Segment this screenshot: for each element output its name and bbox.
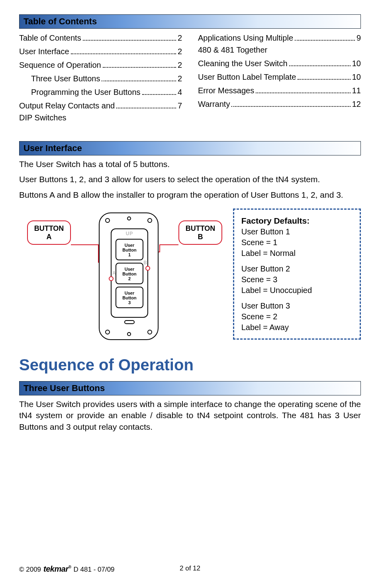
defaults-b3-label: Label = Away [241,322,353,333]
switch-plate: UP User Button 1 User Button 2 User Butt… [99,212,159,340]
user-button-3: User Button 3 [116,287,143,308]
toc-label: Cleaning the User Switch [198,57,288,69]
toc-dots [231,106,350,107]
toc-entry: Sequence of Operation 2 [19,59,182,71]
connector-line [159,244,178,245]
slot-icon [124,320,135,324]
toc-label: Applications Using Multiple480 & 481 Tog… [198,32,293,56]
toc-page: 2 [178,59,182,71]
button-b-line2: B [198,233,203,241]
toc-page: 2 [178,32,182,44]
toc-label: User Interface [19,45,69,57]
toc-dots [256,92,351,93]
toc-label: Programming the User Buttons [31,86,141,98]
toc-page: 4 [178,86,182,98]
toc-dots [71,53,176,54]
three-user-buttons-header: Three User Buttons [19,381,361,395]
toc-dots [295,40,355,41]
toc-entry: Error Messages 11 [198,85,361,96]
connector-line [159,244,160,252]
button-b-line1: BUTTON [186,224,215,232]
ui-paragraph-3: Buttons A and B allow the installer to p… [19,189,361,201]
toc-dots [103,67,176,68]
toc-label: Three User Buttons [31,73,100,85]
three-user-paragraph: The User Switch provides users with a si… [19,399,361,433]
footer-doc: D 481 - 07/09 [74,566,115,574]
toc-page: 12 [352,98,361,110]
user-button-2: User Button 2 [116,263,143,284]
toc-entry: Applications Using Multiple480 & 481 Tog… [198,32,361,56]
toc-label: Error Messages [198,85,254,96]
toc-columns: Table of Contents 2 User Interface 2 Seq… [19,32,361,125]
screw-hole-icon [105,330,110,334]
ub-text: User [125,291,134,295]
factory-defaults-box: Factory Defaults: User Button 1 Scene = … [233,208,361,340]
defaults-b1-label: Label = Normal [241,248,353,259]
ub-text: User [125,243,134,248]
footer-copyright: © 2009 [19,566,41,574]
screw-hole-icon [105,218,110,223]
toc-entry: User Interface 2 [19,45,182,57]
page-title-sequence: Sequence of Operation [19,356,361,374]
side-b-marker-icon [145,266,150,271]
toc-dots [83,40,176,41]
toc-entry: Warranty 12 [198,98,361,110]
defaults-b2-scene: Scene = 3 [241,274,353,285]
footer-page: 2 of 12 [180,564,200,572]
up-label: UP [112,231,147,236]
defaults-group-2: User Button 2 Scene = 3 Label = Unoccupi… [241,264,353,296]
toc-entry: User Button Label Template 10 [198,71,361,83]
ub-text: Button [122,295,136,300]
toc-dots [298,79,350,80]
screw-hole-icon [127,332,131,336]
toc-label: Warranty [198,98,230,110]
defaults-b1-name: User Button 1 [241,226,353,237]
button-b-callout: BUTTON B [178,220,222,245]
toc-dots [142,94,176,95]
ui-paragraph-1: The User Switch has a total of 5 buttons… [19,159,361,170]
ub-text: 2 [128,276,131,281]
brand-text: tekmar [43,564,69,573]
brand-reg: ® [69,565,71,569]
side-b-letter: B [143,260,147,265]
user-button-1: User Button 1 [116,239,143,260]
ui-paragraph-2: User Buttons 1, 2, and 3 allow for users… [19,174,361,185]
toc-page: 7 [178,100,182,112]
toc-col-left: Table of Contents 2 User Interface 2 Seq… [19,32,182,125]
toc-entry: Output Relay Contacts andDIP Switches 7 [19,100,182,124]
ub-text: 3 [128,300,131,305]
defaults-b3-scene: Scene = 2 [241,311,353,322]
defaults-b1-scene: Scene = 1 [241,237,353,248]
side-a-letter: A [112,270,116,276]
screw-hole-icon [127,216,131,220]
ub-text: Button [122,271,136,276]
toc-col-right: Applications Using Multiple480 & 481 Tog… [198,32,361,125]
screw-hole-icon [147,330,152,334]
toc-dots [289,65,351,66]
diagram-row: BUTTON A BUTTON B UP User [19,208,361,344]
toc-entry: Three User Buttons 2 [19,73,182,85]
toc-page: 10 [352,57,361,69]
screw-hole-icon [147,218,152,223]
defaults-b2-name: User Button 2 [241,264,353,274]
footer-left: © 2009 tekmar® D 481 - 07/09 [19,564,115,574]
toc-page: 2 [178,45,182,57]
toc-page: 2 [178,73,182,85]
footer-brand: tekmar® [43,564,71,574]
toc-entry: Table of Contents 2 [19,32,182,44]
side-a-marker-icon [109,276,114,281]
toc-header: Table of Contents [19,14,361,29]
button-a-callout: BUTTON A [27,220,71,245]
ub-text: 1 [128,252,131,257]
toc-label: Output Relay Contacts andDIP Switches [19,100,115,124]
switch-diagram: BUTTON A BUTTON B UP User [19,208,217,344]
ub-text: User [125,267,134,271]
toc-page: 10 [352,71,361,83]
toc-dots [116,108,176,108]
toc-label: Sequence of Operation [19,59,101,71]
button-a-line2: A [47,233,52,241]
user-interface-header: User Interface [19,141,361,155]
toc-page: 9 [356,32,361,44]
toc-label: Table of Contents [19,32,81,44]
toc-dots [102,81,176,81]
